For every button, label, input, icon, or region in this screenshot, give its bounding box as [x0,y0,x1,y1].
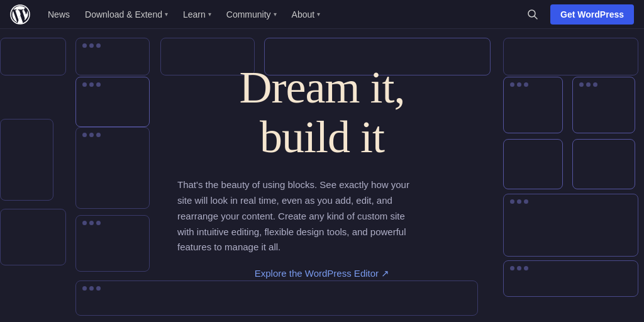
chevron-down-icon: ▾ [274,11,277,18]
bg-block [0,209,66,265]
wordpress-logo-icon[interactable] [10,4,30,25]
chevron-down-icon: ▾ [165,11,168,18]
nav-item-news[interactable]: News [42,6,76,23]
bg-block [75,215,150,272]
hero-content: Dream it, build it That's the beauty of … [177,63,467,279]
search-icon [527,9,538,20]
bg-block [503,77,563,133]
chevron-down-icon: ▾ [208,11,211,18]
nav-item-community[interactable]: Community ▾ [220,6,283,23]
bg-block [0,119,53,201]
bg-block [75,127,150,209]
nav-item-about[interactable]: About ▾ [286,6,327,23]
bg-block [503,139,563,189]
nav-right: Get WordPress [523,4,634,25]
bg-block [75,38,150,75]
hero-subtitle: That's the beauty of using blocks. See e… [177,177,423,255]
bg-block [75,77,150,127]
navbar: News Download & Extend ▾ Learn ▾ Communi… [0,0,644,29]
bg-block [503,260,638,297]
bg-block [572,139,635,189]
bg-block [572,77,635,133]
chevron-down-icon: ▾ [317,11,320,18]
explore-editor-link[interactable]: Explore the WordPress Editor ↗ [255,268,389,279]
svg-line-2 [535,16,538,19]
nav-links: News Download & Extend ▾ Learn ▾ Communi… [42,6,523,23]
bg-block [503,194,638,257]
bg-block [75,280,478,316]
get-wordpress-button[interactable]: Get WordPress [550,4,634,25]
bg-block [0,38,66,75]
hero-section: Dream it, build it That's the beauty of … [0,29,644,322]
search-button[interactable] [523,4,543,25]
nav-item-download[interactable]: Download & Extend ▾ [79,6,174,23]
hero-title: Dream it, build it [177,63,467,162]
nav-item-learn[interactable]: Learn ▾ [177,6,218,23]
bg-block [503,38,638,75]
